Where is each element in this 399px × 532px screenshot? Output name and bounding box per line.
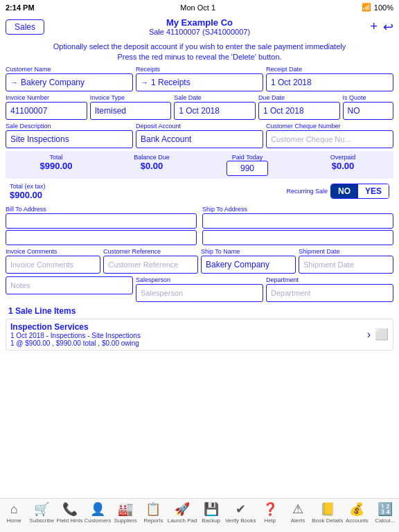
recurring-label: Recurring Sale (286, 188, 328, 195)
overpaid-item: Overpaid $0.00 (296, 154, 389, 176)
is-quote-value[interactable]: NO (343, 102, 394, 120)
sale-description-label: Sale Description (6, 123, 133, 130)
customer-name-field: Customer Name → Bakery Company (6, 66, 133, 91)
receipt-date-label: Receipt Date (266, 66, 393, 73)
salesperson-field: Salesperson Salesperson (136, 276, 263, 302)
invoice-type-value[interactable]: Itemised (90, 102, 172, 120)
ship-to-name-label: Ship To Name (201, 248, 296, 255)
receipt-date-value[interactable]: 1 Oct 2018 (266, 73, 393, 91)
bill-to-field-2[interactable] (6, 230, 197, 245)
comments-row: Invoice Comments Invoice Comments Custom… (6, 248, 393, 274)
balance-due-label: Balance Due (105, 154, 198, 161)
recurring-toggle: NO YES (330, 184, 389, 199)
total-ex-tax-item: Total (ex tax) $900.00 (10, 183, 46, 200)
receipts-arrow-icon: → (141, 78, 148, 87)
nav-subscribe[interactable]: 🛒 Subscribe (28, 502, 55, 524)
info-message: Optionally select the deposit account if… (0, 39, 399, 66)
row-invoice: Invoice Number 41100007 Invoice Type Ite… (6, 94, 393, 120)
bottom-nav: ⌂ Home 🛒 Subscribe 📞 Field Hints 👤 Custo… (0, 498, 399, 532)
notes-field: Notes (6, 276, 133, 302)
book-details-icon: 📒 (320, 502, 335, 517)
ship-to-name-field: Ship To Name Bakery Company (201, 248, 296, 274)
bill-to-field-1[interactable] (6, 213, 197, 229)
cheque-number-value[interactable]: Customer Cheque Nu... (266, 130, 393, 148)
line-item: Inspection Services 1 Oct 2018 - Inspect… (6, 319, 393, 351)
nav-verify-books[interactable]: ✔ Verify Books (225, 502, 256, 524)
nav-backup[interactable]: 💾 Backup (197, 502, 225, 524)
ship-to-name-value[interactable]: Bakery Company (201, 256, 296, 274)
customer-reference-field: Customer Reference Customer Reference (103, 248, 198, 274)
invoice-type-label: Invoice Type (90, 94, 172, 101)
nav-subscribe-label: Subscribe (30, 517, 55, 524)
due-date-label: Due Date (258, 94, 340, 101)
nav-accounts[interactable]: 💰 Accounts (343, 502, 371, 524)
sale-description-value[interactable]: Site Inspections (6, 130, 133, 148)
recurring-no-button[interactable]: NO (331, 184, 357, 198)
totals-row-1: Total $990.00 Balance Due $0.00 Paid Tod… (6, 151, 393, 179)
invoice-type-field: Invoice Type Itemised (90, 94, 172, 120)
invoice-comments-value[interactable]: Invoice Comments (6, 256, 100, 274)
deposit-account-value[interactable]: Bank Account (136, 130, 263, 148)
status-day: Mon Oct 1 (180, 3, 215, 12)
notes-value[interactable]: Notes (6, 276, 133, 294)
share-icon[interactable]: ↩ (383, 19, 393, 35)
nav-accounts-label: Accounts (346, 517, 369, 524)
receipts-label: Receipts (136, 66, 263, 73)
department-value[interactable]: Department (266, 284, 393, 302)
total-label: Total (10, 154, 103, 161)
line-items-header: 1 Sale Line Items (6, 306, 393, 316)
recurring-yes-button[interactable]: YES (357, 184, 389, 198)
invoice-number-value[interactable]: 41100007 (6, 102, 87, 120)
nav-alerts[interactable]: ⚠ Alerts (284, 502, 312, 524)
nav-suppliers-label: Suppliers (114, 517, 137, 524)
receipts-field: Receipts → 1 Receipts (136, 66, 263, 91)
nav-home[interactable]: ⌂ Home (0, 502, 28, 524)
ship-to-field-1[interactable] (202, 213, 393, 229)
ship-to-label: Ship To Address (202, 206, 393, 213)
nav-calcul[interactable]: 🔢 Calcul... (371, 502, 399, 524)
shipment-date-value[interactable]: Shipment Date (299, 256, 393, 274)
customers-icon: 👤 (90, 502, 105, 517)
nav-field-hints[interactable]: 📞 Field Hints (56, 502, 84, 524)
due-date-value[interactable]: 1 Oct 2018 (258, 102, 340, 120)
nav-book-details[interactable]: 📒 Book Details (312, 502, 343, 524)
paid-today-input[interactable] (227, 161, 268, 176)
line-item-delete-icon[interactable]: ⬜ (375, 328, 389, 341)
reports-icon: 📋 (145, 502, 161, 517)
line-item-subtitle: 1 Oct 2018 - Inspections - Site Inspecti… (10, 332, 364, 339)
nav-reports[interactable]: 📋 Reports (139, 502, 167, 524)
customer-reference-value[interactable]: Customer Reference (103, 256, 198, 274)
shipment-date-field: Shipment Date Shipment Date (299, 248, 393, 274)
info-line2: Press the red minus to reveal the 'Delet… (11, 52, 388, 62)
salesperson-value[interactable]: Salesperson (136, 284, 263, 302)
sale-date-value[interactable]: 1 Oct 2018 (174, 102, 256, 120)
is-quote-field: Is Quote NO (343, 94, 394, 120)
paid-today-item: Paid Today (201, 154, 294, 176)
nav-help[interactable]: ❓ Help (256, 502, 284, 524)
ship-to-field-2[interactable] (202, 230, 393, 245)
customer-name-value[interactable]: → Bakery Company (6, 73, 133, 91)
nav-customers[interactable]: 👤 Customers (84, 502, 112, 524)
recurring-section: Recurring Sale NO YES (286, 184, 389, 199)
add-icon[interactable]: + (370, 19, 378, 35)
nav-home-label: Home (6, 517, 21, 524)
cheque-number-field: Customer Cheque Number Customer Cheque N… (266, 123, 393, 148)
form-area: Customer Name → Bakery Company Receipts … (0, 66, 399, 351)
total-ex-tax-value: $900.00 (10, 190, 46, 200)
home-icon: ⌂ (10, 502, 18, 517)
bill-to-block: Bill To Address (6, 206, 197, 247)
overpaid-value: $0.00 (296, 161, 389, 171)
is-quote-label: Is Quote (343, 94, 394, 101)
nav-backup-label: Backup (202, 517, 220, 524)
totals-row-2: Total (ex tax) $900.00 Recurring Sale NO… (6, 181, 393, 202)
launch-pad-icon: 🚀 (175, 502, 190, 517)
receipts-value[interactable]: → 1 Receipts (136, 73, 263, 91)
nav-launch-pad[interactable]: 🚀 Launch Pad (168, 502, 197, 524)
nav-suppliers[interactable]: 🏭 Suppliers (112, 502, 139, 524)
sales-back-button[interactable]: Sales (6, 19, 44, 35)
invoice-comments-label: Invoice Comments (6, 248, 100, 255)
status-time: 2:14 PM (6, 3, 35, 12)
line-item-chevron-icon[interactable]: › (367, 328, 371, 341)
sale-ref: Sale 41100007 (SJ41000007) (28, 28, 371, 36)
nav-help-label: Help (264, 517, 275, 524)
